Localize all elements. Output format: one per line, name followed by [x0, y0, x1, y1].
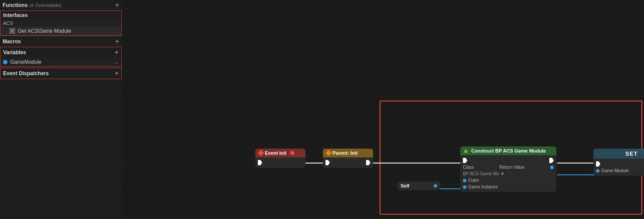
event-dispatchers-label: Event Dispatchers [3, 70, 49, 76]
functions-header[interactable]: Functions (4 Overridable) + [0, 0, 122, 10]
set-header: SET [593, 149, 644, 159]
set-exec-in [596, 161, 600, 167]
construct-header: ▣ Construct BP ACS Game Module [460, 146, 556, 155]
construct-title: Construct BP ACS Game Module [471, 148, 546, 153]
parent-init-node[interactable]: Parent: Init [323, 149, 373, 168]
set-node[interactable]: SET Game Module [593, 149, 644, 176]
exec-out-pin [258, 160, 262, 165]
parent-init-header: Parent: Init [323, 149, 373, 157]
set-gamemodule-in-pin [596, 169, 599, 173]
construct-outer-pin [463, 179, 466, 182]
get-acsgame-module-item[interactable]: f Get ACSGame Module [0, 27, 121, 35]
self-title: Self [401, 183, 409, 188]
variables-label: Variables [3, 49, 26, 56]
construct-outer-row: Outer [460, 177, 556, 184]
variable-name: GameModule [10, 59, 114, 65]
construct-icon: ▣ [464, 149, 468, 153]
event-dispatchers-header[interactable]: Event Dispatchers + [0, 68, 121, 79]
construct-class-value: BP ACS Game Mo ▼ [463, 171, 504, 176]
parent-exec-out-pin [366, 160, 370, 165]
self-node[interactable]: Self [397, 181, 441, 190]
construct-class-value-row: BP ACS Game Mo ▼ [460, 170, 556, 177]
game-module-variable[interactable]: GameModule ⌄ [0, 58, 121, 66]
set-body: Game Module [593, 159, 644, 176]
macros-section[interactable]: Macros + [0, 36, 122, 47]
parent-init-body [323, 157, 373, 168]
event-dispatchers-add-button[interactable]: + [115, 70, 119, 77]
interfaces-section: Interfaces ACS f Get ACSGame Module [0, 10, 122, 36]
construct-class-row: Class Return Value [460, 164, 556, 170]
construct-gameinstance-label: Game Instance [468, 184, 498, 189]
event-init-body [255, 157, 305, 168]
parent-exec-in-pin [325, 160, 330, 165]
construct-class-label: Class [463, 165, 474, 170]
event-dispatchers-section: Event Dispatchers + [0, 68, 122, 79]
macros-add-button[interactable]: + [115, 38, 119, 45]
set-gamemodule-label: Game Module [601, 168, 629, 173]
construct-exec-out [549, 158, 554, 163]
set-exec-row [593, 160, 644, 167]
event-init-exec-pin [255, 159, 305, 166]
event-init-header: Event Init [255, 149, 305, 157]
construct-outer-label: Outer [468, 178, 479, 183]
macros-label: Macros [3, 38, 21, 45]
set-title: SET [625, 150, 637, 157]
variables-section: Variables + GameModule ⌄ [0, 47, 122, 67]
interfaces-label: Interfaces [0, 11, 121, 20]
function-name: Get ACSGame Module [18, 28, 71, 34]
acs-group: ACS f Get ACSGame Module [0, 20, 121, 35]
event-init-node[interactable]: Event Init [255, 149, 305, 168]
main-canvas[interactable]: Event Init Parent: Init ▣ Construct BP A… [122, 0, 644, 219]
grid-background [122, 0, 644, 219]
construct-node[interactable]: ▣ Construct BP ACS Game Module Class Ret… [460, 146, 556, 192]
construct-exec-in [463, 158, 467, 163]
variables-header[interactable]: Variables + [0, 47, 121, 58]
construct-return-pin [550, 166, 554, 169]
construct-body: Class Return Value BP ACS Game Mo ▼ Oute… [460, 155, 556, 192]
variables-add-button[interactable]: + [115, 49, 119, 56]
parent-init-title: Parent: Init [332, 150, 357, 156]
self-header: Self [397, 181, 441, 190]
event-init-diamond-icon [258, 150, 264, 156]
parent-init-pin-row [323, 159, 373, 166]
variable-color-dot [3, 60, 7, 64]
construct-return-label: Return Value [500, 165, 525, 170]
left-panel: Functions (4 Overridable) + Interfaces A… [0, 0, 122, 219]
construct-gameinstance-row: Game Instance [460, 184, 556, 190]
set-gamemodule-row: Game Module [593, 167, 644, 174]
construct-gameinstance-pin [463, 185, 466, 189]
event-init-title: Event Init [265, 150, 287, 156]
self-out-pin [434, 184, 437, 188]
functions-count: (4 Overridable) [29, 3, 61, 8]
event-init-indicator [290, 151, 295, 155]
construct-exec-row [460, 157, 556, 164]
functions-label: Functions [3, 2, 27, 8]
parent-init-diamond-icon [325, 150, 332, 156]
functions-add-button[interactable]: + [115, 1, 119, 9]
variable-expand-icon[interactable]: ⌄ [114, 59, 119, 65]
function-icon: f [9, 28, 15, 34]
acs-label: ACS [0, 20, 121, 27]
